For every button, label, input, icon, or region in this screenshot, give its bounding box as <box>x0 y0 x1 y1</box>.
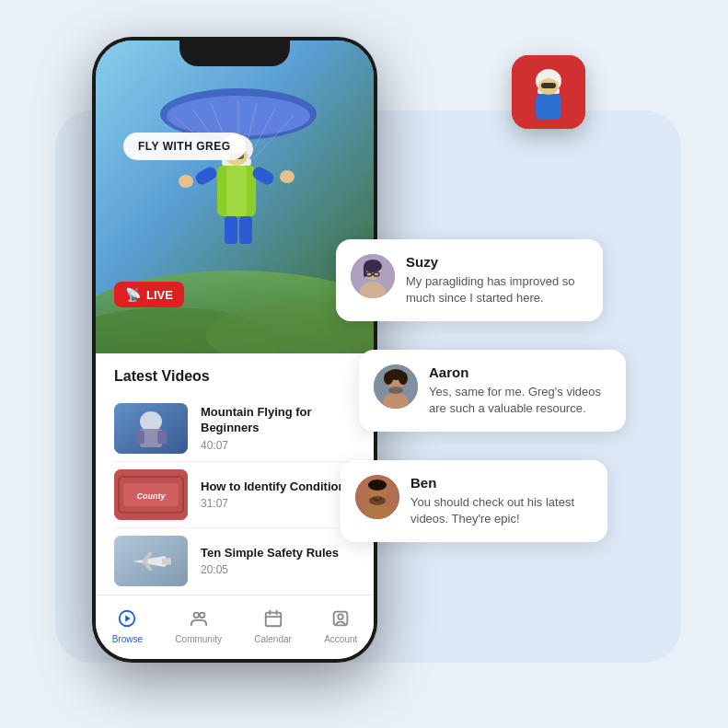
svg-point-68 <box>399 372 408 385</box>
video-title-1: Mountain Flying for Beginners <box>201 405 355 436</box>
video-title-3: Ten Simple Safety Rules <box>201 546 355 561</box>
svg-rect-16 <box>226 166 247 216</box>
testimonial-suzy: Suzy My paragliding has improved so much… <box>336 239 603 321</box>
hero-section: FLY WITH GREG 📡 LIVE <box>96 40 374 353</box>
testimonial-suzy-name: Suzy <box>406 254 588 270</box>
svg-point-20 <box>280 170 295 183</box>
svg-point-67 <box>384 372 393 385</box>
video-item-3[interactable]: Ten Simple Safety Rules 20:05 <box>96 528 374 594</box>
svg-text:County: County <box>137 491 167 501</box>
browse-icon <box>115 607 139 630</box>
svg-point-19 <box>179 175 193 188</box>
video-duration-3: 20:05 <box>201 563 355 576</box>
scene: FLY WITH GREG 📡 LIVE Latest Videos <box>0 0 728 728</box>
community-icon <box>187 607 211 630</box>
fly-with-greg-badge: FLY WITH GREG <box>123 133 246 160</box>
testimonial-ben: Ben You should check out his latest vide… <box>341 460 607 542</box>
tab-browse[interactable]: Browse <box>112 607 143 644</box>
content-area: Latest Videos <box>96 353 374 595</box>
svg-point-42 <box>200 612 205 618</box>
testimonial-suzy-content: Suzy My paragliding has improved so much… <box>406 254 588 306</box>
svg-rect-29 <box>157 431 167 444</box>
account-icon <box>329 607 352 630</box>
testimonial-suzy-text: My paragliding has improved so much sinc… <box>406 273 588 306</box>
svg-point-73 <box>368 480 387 491</box>
tab-community[interactable]: Community <box>175 607 222 644</box>
phone-inner: FLY WITH GREG 📡 LIVE Latest Videos <box>96 40 374 659</box>
svg-rect-28 <box>135 431 144 444</box>
svg-rect-54 <box>541 83 556 88</box>
video-thumb-3 <box>114 536 188 586</box>
video-info-3: Ten Simple Safety Rules 20:05 <box>201 546 355 577</box>
tab-account[interactable]: Account <box>324 607 357 644</box>
avatar-suzy <box>351 254 395 298</box>
svg-point-41 <box>193 612 199 618</box>
app-icon-greg <box>512 55 585 129</box>
avatar-ben <box>355 475 399 519</box>
video-duration-1: 40:07 <box>201 439 355 452</box>
latest-videos-title: Latest Videos <box>96 353 374 396</box>
tab-calendar-label: Calendar <box>254 634 292 644</box>
svg-rect-52 <box>536 94 561 120</box>
svg-point-74 <box>369 496 386 505</box>
video-info-1: Mountain Flying for Beginners 40:07 <box>201 405 355 452</box>
svg-marker-40 <box>125 615 131 621</box>
avatar-aaron <box>374 364 418 409</box>
video-title-2: How to Identify Conditions <box>201 480 355 495</box>
notch <box>179 40 290 66</box>
testimonial-aaron-name: Aaron <box>429 364 611 380</box>
testimonial-aaron-text: Yes, same for me. Greg's videos are such… <box>429 384 611 417</box>
svg-point-69 <box>388 387 403 394</box>
svg-rect-21 <box>225 216 237 244</box>
video-item-2[interactable]: County How to Identify Conditions 31:07 <box>96 462 374 527</box>
tab-browse-label: Browse <box>112 634 143 644</box>
tab-calendar[interactable]: Calendar <box>254 607 292 644</box>
svg-marker-38 <box>162 558 171 565</box>
video-thumb-2: County <box>114 469 188 520</box>
svg-rect-22 <box>239 216 252 244</box>
tab-community-label: Community <box>175 634 222 644</box>
live-badge: 📡 LIVE <box>114 282 184 307</box>
testimonial-ben-name: Ben <box>410 475 593 491</box>
video-item-1[interactable]: Mountain Flying for Beginners 40:07 <box>96 396 374 461</box>
calendar-icon <box>261 607 285 630</box>
phone: FLY WITH GREG 📡 LIVE Latest Videos <box>92 37 377 663</box>
svg-rect-43 <box>265 612 281 626</box>
video-info-2: How to Identify Conditions 31:07 <box>201 480 355 511</box>
broadcast-icon: 📡 <box>125 287 141 302</box>
testimonial-ben-text: You should check out his latest videos. … <box>410 494 593 527</box>
testimonial-aaron: Aaron Yes, same for me. Greg's videos ar… <box>359 350 626 432</box>
video-thumb-1 <box>114 403 188 454</box>
tab-bar: Browse Community <box>96 595 374 659</box>
testimonial-ben-content: Ben You should check out his latest vide… <box>410 475 593 527</box>
video-duration-2: 31:07 <box>201 497 355 510</box>
svg-point-48 <box>338 614 343 619</box>
svg-point-26 <box>140 411 162 432</box>
testimonial-aaron-content: Aaron Yes, same for me. Greg's videos ar… <box>429 364 611 417</box>
tab-account-label: Account <box>324 634 357 644</box>
